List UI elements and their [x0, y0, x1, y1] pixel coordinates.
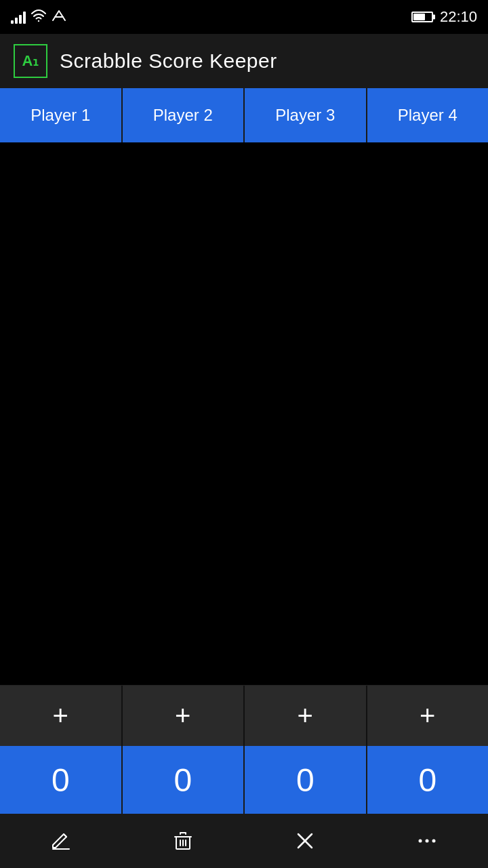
main-content — [0, 142, 488, 685]
svg-point-10 — [419, 840, 422, 843]
more-button[interactable] — [366, 814, 488, 868]
tab-player-1[interactable]: Player 1 — [0, 88, 123, 142]
score-section: + + + + 0 0 0 0 — [0, 685, 488, 814]
add-score-player-2[interactable]: + — [123, 686, 245, 746]
status-bar: 22:10 — [0, 0, 488, 34]
status-left — [11, 9, 66, 25]
logo-text: A₁ — [22, 52, 39, 70]
close-button[interactable] — [244, 814, 366, 868]
svg-point-0 — [38, 20, 39, 21]
svg-point-12 — [432, 840, 436, 843]
wifi-icon — [31, 9, 46, 25]
player-tabs: Player 1 Player 2 Player 3 Player 4 — [0, 88, 488, 142]
score-player-2: 0 — [123, 746, 245, 814]
signal-icon — [11, 10, 26, 24]
delete-button[interactable] — [122, 814, 244, 868]
app-header: A₁ Scrabble Score Keeper — [0, 34, 488, 88]
battery-icon — [411, 12, 433, 22]
network-icon — [52, 9, 66, 25]
bottom-toolbar — [0, 814, 488, 868]
score-player-4: 0 — [367, 746, 489, 814]
score-display-row: 0 0 0 0 — [0, 746, 488, 814]
edit-icon — [49, 829, 73, 853]
close-icon — [293, 829, 317, 853]
tab-player-3[interactable]: Player 3 — [245, 88, 367, 142]
trash-icon — [171, 829, 195, 853]
status-right: 22:10 — [411, 8, 477, 26]
more-icon — [415, 829, 439, 853]
edit-button[interactable] — [0, 814, 122, 868]
svg-point-11 — [426, 840, 429, 843]
tab-player-4[interactable]: Player 4 — [367, 88, 489, 142]
app-title: Scrabble Score Keeper — [60, 50, 277, 73]
score-player-3: 0 — [245, 746, 367, 814]
app-logo: A₁ — [14, 44, 47, 78]
add-score-player-1[interactable]: + — [0, 686, 123, 746]
add-score-row: + + + + — [0, 685, 488, 746]
add-score-player-4[interactable]: + — [367, 686, 489, 746]
status-time: 22:10 — [440, 8, 477, 26]
score-player-1: 0 — [0, 746, 123, 814]
add-score-player-3[interactable]: + — [245, 686, 367, 746]
tab-player-2[interactable]: Player 2 — [123, 88, 245, 142]
